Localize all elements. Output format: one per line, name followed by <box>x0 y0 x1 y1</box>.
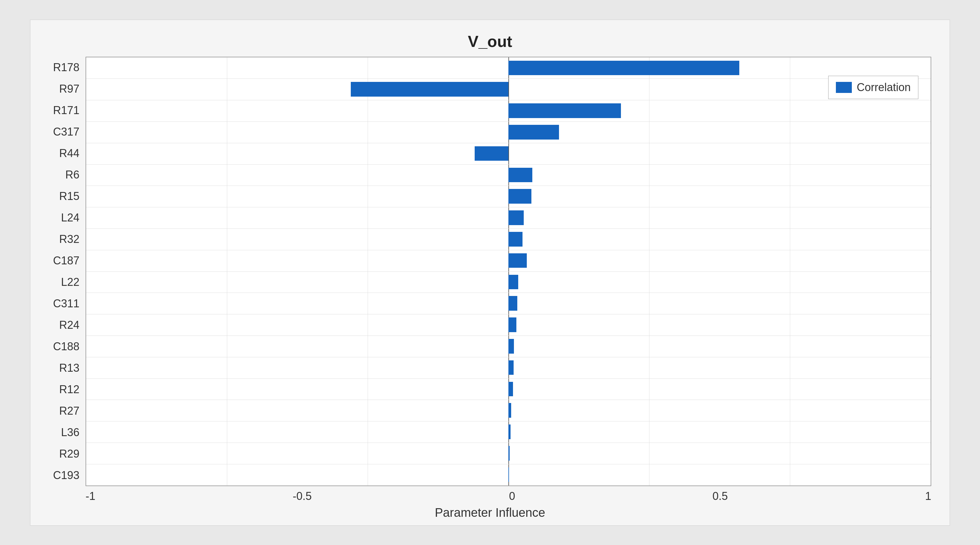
y-label-R178: R178 <box>49 57 80 78</box>
x-label-0: 0 <box>509 490 515 503</box>
y-axis-labels: R178R97R171C317R44R6R15L24R32C187L22C311… <box>49 57 86 486</box>
y-label-R13: R13 <box>49 357 80 379</box>
bar-C187 <box>508 253 527 268</box>
bar-C311 <box>508 296 517 311</box>
y-label-C317: C317 <box>49 121 80 143</box>
bar-L36 <box>508 424 511 439</box>
y-label-C188: C188 <box>49 336 80 357</box>
bar-R6 <box>508 168 532 182</box>
bar-R178 <box>508 61 739 75</box>
chart-area: R178R97R171C317R44R6R15L24R32C187L22C311… <box>49 57 931 486</box>
chart-title: V_out <box>468 32 512 51</box>
legend-color-box <box>836 82 852 93</box>
legend-label: Correlation <box>857 81 911 94</box>
y-label-R32: R32 <box>49 228 80 250</box>
bar-C317 <box>508 125 559 139</box>
bar-R27 <box>508 403 511 418</box>
grid-line-h <box>86 378 931 379</box>
bar-C193 <box>508 467 509 482</box>
chart-container: V_out R178R97R171C317R44R6R15L24R32C187L… <box>30 20 950 526</box>
grid-line-h <box>86 293 931 293</box>
y-label-L36: L36 <box>49 422 80 443</box>
grid-line-h <box>86 121 931 122</box>
grid-line-h <box>86 357 931 357</box>
y-label-C193: C193 <box>49 465 80 486</box>
grid-line-h <box>86 314 931 314</box>
y-label-R29: R29 <box>49 443 80 465</box>
y-label-R15: R15 <box>49 186 80 207</box>
y-label-R97: R97 <box>49 78 80 100</box>
grid-line-h <box>86 443 931 443</box>
legend: Correlation <box>828 76 918 99</box>
bar-R171 <box>508 104 621 118</box>
y-label-R12: R12 <box>49 379 80 400</box>
bars-container <box>86 57 931 486</box>
bar-R15 <box>508 189 531 203</box>
x-label-plus05: 0.5 <box>712 490 728 503</box>
x-label-plus1: 1 <box>925 490 931 503</box>
plot-area: Correlation <box>86 57 931 486</box>
x-label-minus1: -1 <box>86 490 95 503</box>
grid-line-h <box>86 250 931 250</box>
bar-L22 <box>508 275 518 289</box>
grid-line-h <box>86 400 931 400</box>
bar-R44 <box>475 146 508 161</box>
y-label-R6: R6 <box>49 164 80 186</box>
bar-R29 <box>508 446 510 461</box>
x-axis-title: Parameter Influence <box>435 506 545 520</box>
y-label-R171: R171 <box>49 100 80 121</box>
bar-R24 <box>508 317 516 332</box>
x-label-minus05: -0.5 <box>293 490 312 503</box>
grid-line-h <box>86 271 931 272</box>
grid-line-h <box>86 207 931 207</box>
bar-R13 <box>508 360 514 375</box>
y-label-C311: C311 <box>49 293 80 314</box>
grid-line-h <box>86 228 931 229</box>
y-label-C187: C187 <box>49 250 80 271</box>
bar-C188 <box>508 339 514 353</box>
grid-line-h <box>86 421 931 421</box>
grid-line-h <box>86 78 931 79</box>
bar-R12 <box>508 382 513 396</box>
grid-line-h <box>86 100 931 100</box>
y-label-R27: R27 <box>49 400 80 422</box>
y-label-L24: L24 <box>49 207 80 228</box>
bar-R32 <box>508 232 522 246</box>
bar-R97 <box>351 82 508 96</box>
bar-L24 <box>508 210 524 225</box>
y-label-L22: L22 <box>49 271 80 293</box>
grid-line-h <box>86 464 931 464</box>
y-label-R24: R24 <box>49 314 80 336</box>
grid-line-h <box>86 164 931 165</box>
y-label-R44: R44 <box>49 143 80 164</box>
